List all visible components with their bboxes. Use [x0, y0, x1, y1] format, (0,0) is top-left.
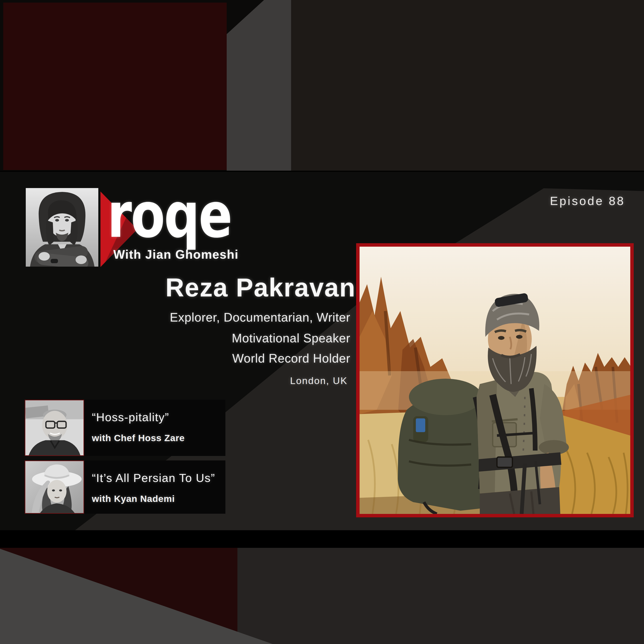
segment-title: “Hoss-pitality”: [92, 410, 225, 424]
show-wordmark: roqe: [107, 184, 231, 246]
host-portrait-illustration: [26, 188, 98, 267]
host-photo: [26, 188, 98, 267]
top-maroon-rectangle: [3, 3, 227, 170]
guest-name: Reza Pakravan: [166, 273, 356, 302]
segment-text-box: “Hoss-pitality” with Chef Hoss Zare: [84, 400, 225, 456]
segment-title: “It’s All Persian To Us”: [92, 471, 225, 485]
chef-portrait-illustration: [25, 400, 84, 455]
guest-photo: [356, 243, 634, 517]
segment-subtitle: with Chef Hoss Zare: [92, 433, 225, 443]
bottom-background-section: [0, 548, 644, 644]
segment-photo-chef: [25, 400, 84, 456]
segment-photo-kyan: [25, 460, 84, 514]
poster-canvas: roqe With Jian Ghomeshi Episode 88 Reza …: [0, 0, 644, 644]
top-right-panel: [291, 0, 644, 171]
segment-subtitle: with Kyan Nademi: [92, 494, 225, 504]
episode-label: Episode 88: [550, 194, 625, 208]
guest-role-line-2: Motivational Speaker: [232, 331, 350, 345]
segment-text-box: “It’s All Persian To Us” with Kyan Nadem…: [84, 460, 225, 514]
guest-photo-illustration: [360, 247, 630, 514]
segment-row-hoss-pitality: “Hoss-pitality” with Chef Hoss Zare: [25, 400, 225, 456]
bottom-gray-triangle: [0, 548, 273, 644]
kyan-portrait-illustration: [25, 461, 84, 513]
top-gray-band: [227, 0, 291, 171]
segment-row-its-all-persian: “It’s All Persian To Us” with Kyan Nadem…: [25, 460, 225, 514]
top-background-section: [0, 0, 644, 171]
bottom-charcoal-panel: [237, 548, 644, 644]
show-tagline: With Jian Ghomeshi: [113, 247, 238, 261]
guest-role-line-3: World Record Holder: [232, 351, 350, 365]
main-banner: roqe With Jian Ghomeshi Episode 88 Reza …: [0, 172, 644, 530]
guest-role-line-1: Explorer, Documentarian, Writer: [170, 310, 350, 324]
warm-overlay: [360, 247, 630, 514]
bottom-black-strip: [0, 530, 644, 548]
guest-location: London, UK: [290, 375, 348, 386]
